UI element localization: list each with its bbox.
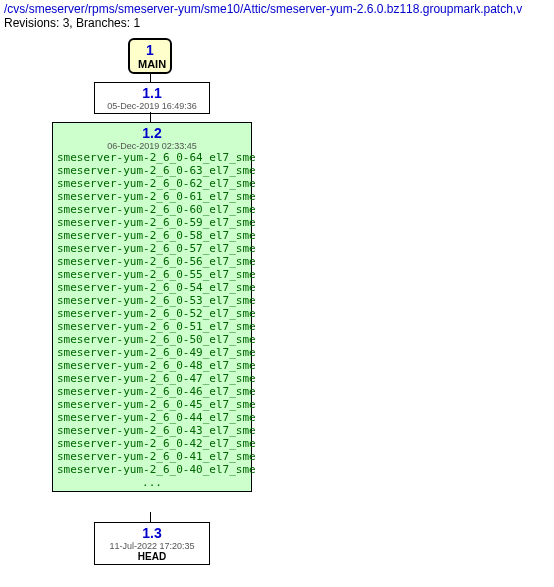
tag: smeserver-yum-2_6_0-51_el7_sme xyxy=(57,320,247,333)
revision-1-3[interactable]: 1.3 11-Jul-2022 17:20:35 HEAD xyxy=(94,522,210,565)
revision-info: Revisions: 3, Branches: 1 xyxy=(4,16,140,30)
tag: smeserver-yum-2_6_0-46_el7_sme xyxy=(57,385,247,398)
rev-date: 11-Jul-2022 17:20:35 xyxy=(101,541,203,551)
tag: smeserver-yum-2_6_0-47_el7_sme xyxy=(57,372,247,385)
revision-1-1[interactable]: 1.1 05-Dec-2019 16:49:36 xyxy=(94,82,210,114)
tag: smeserver-yum-2_6_0-49_el7_sme xyxy=(57,346,247,359)
tag: smeserver-yum-2_6_0-43_el7_sme xyxy=(57,424,247,437)
connector xyxy=(150,112,151,122)
tag: smeserver-yum-2_6_0-64_el7_sme xyxy=(57,151,247,164)
tag: smeserver-yum-2_6_0-63_el7_sme xyxy=(57,164,247,177)
branch-main[interactable]: 1 MAIN xyxy=(128,38,172,74)
tag: smeserver-yum-2_6_0-50_el7_sme xyxy=(57,333,247,346)
rev-version: 1.2 xyxy=(57,125,247,141)
tag-ellipsis: ... xyxy=(57,476,247,489)
file-path: /cvs/smeserver/rpms/smeserver-yum/sme10/… xyxy=(4,2,522,16)
tag: smeserver-yum-2_6_0-45_el7_sme xyxy=(57,398,247,411)
connector xyxy=(150,72,151,82)
tag: smeserver-yum-2_6_0-57_el7_sme xyxy=(57,242,247,255)
tag: smeserver-yum-2_6_0-58_el7_sme xyxy=(57,229,247,242)
header: /cvs/smeserver/rpms/smeserver-yum/sme10/… xyxy=(0,0,554,32)
tag: smeserver-yum-2_6_0-60_el7_sme xyxy=(57,203,247,216)
tag: smeserver-yum-2_6_0-55_el7_sme xyxy=(57,268,247,281)
revision-1-2[interactable]: 1.2 06-Dec-2019 02:33:45 smeserver-yum-2… xyxy=(52,122,252,492)
rev-date: 06-Dec-2019 02:33:45 xyxy=(57,141,247,151)
branch-number: 1 xyxy=(138,42,162,58)
rev-version: 1.3 xyxy=(101,525,203,541)
tag: smeserver-yum-2_6_0-40_el7_sme xyxy=(57,463,247,476)
tag: smeserver-yum-2_6_0-61_el7_sme xyxy=(57,190,247,203)
connector xyxy=(150,512,151,522)
rev-head: HEAD xyxy=(101,551,203,562)
branch-label: MAIN xyxy=(138,58,162,70)
rev-date: 05-Dec-2019 16:49:36 xyxy=(101,101,203,111)
revision-graph: 1 MAIN 1.1 05-Dec-2019 16:49:36 1.2 06-D… xyxy=(0,32,554,587)
tag: smeserver-yum-2_6_0-56_el7_sme xyxy=(57,255,247,268)
tag: smeserver-yum-2_6_0-54_el7_sme xyxy=(57,281,247,294)
tag-list: smeserver-yum-2_6_0-64_el7_smesmeserver-… xyxy=(57,151,247,476)
tag: smeserver-yum-2_6_0-44_el7_sme xyxy=(57,411,247,424)
tag: smeserver-yum-2_6_0-62_el7_sme xyxy=(57,177,247,190)
tag: smeserver-yum-2_6_0-42_el7_sme xyxy=(57,437,247,450)
tag: smeserver-yum-2_6_0-53_el7_sme xyxy=(57,294,247,307)
rev-version: 1.1 xyxy=(101,85,203,101)
tag: smeserver-yum-2_6_0-52_el7_sme xyxy=(57,307,247,320)
tag: smeserver-yum-2_6_0-48_el7_sme xyxy=(57,359,247,372)
tag: smeserver-yum-2_6_0-41_el7_sme xyxy=(57,450,247,463)
tag: smeserver-yum-2_6_0-59_el7_sme xyxy=(57,216,247,229)
